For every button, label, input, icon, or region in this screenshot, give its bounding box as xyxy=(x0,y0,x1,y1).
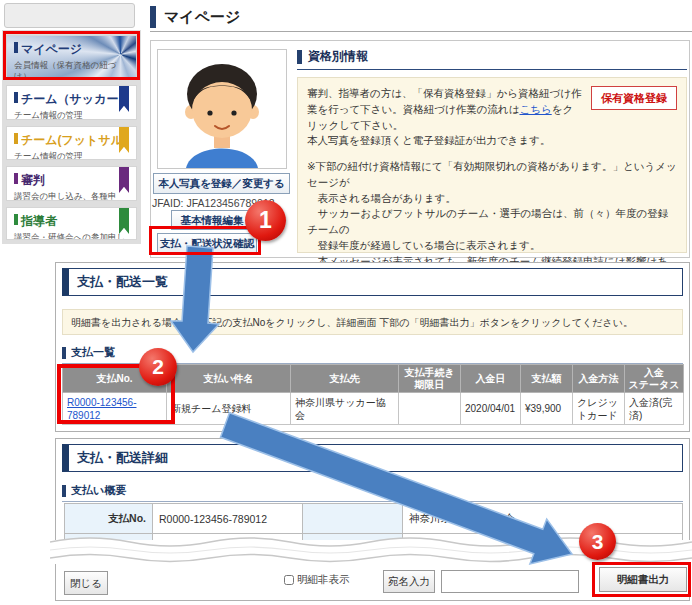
subsection-title: 支払い概要 xyxy=(71,483,126,498)
field-value xyxy=(403,534,683,541)
field-label xyxy=(65,534,153,541)
sidebar-placeholder-box xyxy=(4,3,135,28)
sidebar-item-mypage[interactable]: マイページ 会員情報（保有資格の紐づけ） xyxy=(6,35,137,78)
sidebar-item-coach[interactable]: 指導者 講習会・研修会への参加申し込み xyxy=(6,207,137,240)
bookmark-ribbon-icon xyxy=(119,167,129,193)
kochira-link[interactable]: こちら xyxy=(519,103,551,115)
tick-icon xyxy=(297,50,302,64)
column-header-deadline: 支払手続き 期限日 xyxy=(399,365,461,393)
column-header-subject: 支払い件名 xyxy=(167,365,291,393)
section-title: 資格別情報 xyxy=(308,48,368,65)
close-button[interactable]: 閉じる xyxy=(64,571,108,595)
payment-summary-table: 支払No. R0000-123456-789012 神奈川県サッカー協会 xyxy=(64,503,683,540)
sidebar-item-title: 審判 xyxy=(14,172,130,189)
qualification-paragraph: 本人写真を登録頂くと電子登録証が出力できます。 xyxy=(307,133,677,149)
tick-icon xyxy=(14,214,18,225)
statement-output-notice: 明細書を出力される場合は、下記の支払Noをクリックし、詳細画面 下部の「明細書出… xyxy=(62,309,683,335)
cell-amount: ¥39,900 xyxy=(521,393,573,425)
column-header-payee: 支払先 xyxy=(291,365,399,393)
sidebar-item-title: チーム（サッカー） xyxy=(14,91,130,108)
tick-icon xyxy=(14,92,18,103)
sidebar-item-team-soccer[interactable]: チーム（サッカー） チーム情報の管理 xyxy=(6,85,137,120)
cell-status: 入金済(完済) xyxy=(625,393,684,425)
sidebar-item-title: マイページ xyxy=(14,41,130,58)
table-row: 支払No. R0000-123456-789012 神奈川県サッカー協会 xyxy=(65,504,683,534)
section-title: 支払・配送詳細 xyxy=(77,449,168,467)
profile-photo xyxy=(157,49,287,169)
section-title: 支払・配送一覧 xyxy=(77,273,168,291)
sidebar-item-team-futsal[interactable]: チーム(フットサル) チーム情報の管理 xyxy=(6,126,137,160)
qualification-info-box: 保有資格登録 審判、指導者の方は、「保有資格登録」から資格紐づけ作業を行って下さ… xyxy=(297,77,687,253)
bookmark-ribbon-icon xyxy=(119,208,129,234)
profile-panel: 本人写真を登録／変更する JFAID: JFA123456789012 基本情報… xyxy=(150,40,690,258)
header-accent-bar xyxy=(150,6,156,28)
field-value-payee: 神奈川県サッカー協会 xyxy=(403,504,683,534)
column-header-status: 入金 ステータス xyxy=(625,365,684,393)
payment-list-subheader: 支払一覧 xyxy=(62,345,683,364)
cell-method: クレジットカード xyxy=(573,393,625,425)
table-row xyxy=(65,534,683,541)
payment-detail-subheader: 支払い概要 xyxy=(62,483,683,502)
column-header-amount: 支払額 xyxy=(521,365,573,393)
sidebar-item-subtitle: 講習会・研修会への参加申し込み xyxy=(14,232,130,240)
sidebar-item-referee[interactable]: 審判 講習会の申し込み、各種申請、審判物品の購入 xyxy=(6,166,137,201)
hide-detail-label: 明細非表示 xyxy=(297,573,350,587)
jfaid-label: JFAID: JFA123456789012 xyxy=(152,197,275,209)
sidebar-item-subtitle: 講習会の申し込み、各種申請、審判物品の購入 xyxy=(14,191,130,201)
sidebar-item-subtitle: 会員情報（保有資格の紐づけ） xyxy=(14,60,130,78)
column-header-payment-no: 支払No. xyxy=(63,365,167,393)
tick-icon xyxy=(14,173,18,184)
sidebar-item-title: 指導者 xyxy=(14,213,130,230)
payment-detail-panel: 支払・配送詳細 支払い概要 支払No. R0000-123456-789012 … xyxy=(55,438,690,540)
column-header-method: 入金方法 xyxy=(573,365,625,393)
held-qualification-register-button[interactable]: 保有資格登録 xyxy=(591,86,677,110)
payment-status-button[interactable]: 支払・配送状況確認 xyxy=(157,233,257,253)
tick-icon xyxy=(14,133,18,144)
subsection-title: 支払一覧 xyxy=(71,345,115,360)
payment-list-panel: 支払・配送一覧 明細書を出力される場合は、下記の支払Noをクリックし、詳細画面 … xyxy=(55,262,690,432)
cell-payee: 神奈川県サッカー協会 xyxy=(291,393,399,425)
bookmark-ribbon-icon xyxy=(119,127,129,153)
payment-table: 支払No. 支払い件名 支払先 支払手続き 期限日 入金日 支払額 入金方法 入… xyxy=(62,364,684,425)
field-value xyxy=(153,534,303,541)
bookmark-ribbon-icon xyxy=(119,86,129,112)
hide-detail-checkbox[interactable] xyxy=(284,575,294,585)
page-header: マイページ xyxy=(150,6,240,28)
cell-subject: 新規チーム登録料 xyxy=(167,393,291,425)
header-divider xyxy=(150,31,692,32)
sidebar-item-title: チーム(フットサル) xyxy=(14,132,130,149)
payment-list-header: 支払・配送一覧 xyxy=(62,268,683,296)
field-label-payment-no: 支払No. xyxy=(65,504,153,534)
cell-payment-no: R0000-123456-789012 xyxy=(63,393,167,425)
field-label xyxy=(303,534,403,541)
payment-detail-header: 支払・配送詳細 xyxy=(62,444,683,472)
register-photo-button[interactable]: 本人写真を登録／変更する xyxy=(153,173,290,194)
field-value-payment-no: R0000-123456-789012 xyxy=(153,504,303,534)
sidebar-item-subtitle: チーム情報の管理 xyxy=(14,110,130,120)
table-row: R0000-123456-789012 新規チーム登録料 神奈川県サッカー協会 … xyxy=(63,393,684,425)
jfa-mypage-screen: マイページ 会員情報（保有資格の紐づけ） チーム（サッカー） チーム情報の管理 … xyxy=(0,0,692,605)
addressee-input-button[interactable]: 宛名入力 xyxy=(383,570,435,593)
hide-detail-checkbox-group[interactable]: 明細非表示 xyxy=(284,573,350,587)
basic-info-edit-button[interactable]: 基本情報編集 xyxy=(171,210,253,230)
tick-icon xyxy=(62,485,66,497)
payment-no-link[interactable]: R0000-123456-789012 xyxy=(67,397,137,421)
cell-deadline xyxy=(399,393,461,425)
addressee-input[interactable] xyxy=(441,570,579,593)
sidebar-item-subtitle: チーム情報の管理 xyxy=(14,151,130,160)
column-header-paid-date: 入金日 xyxy=(461,365,521,393)
cell-paid-date: 2020/04/01 xyxy=(461,393,521,425)
tick-icon xyxy=(14,42,18,53)
field-label-payee xyxy=(303,504,403,534)
statement-output-button[interactable]: 明細書出力 xyxy=(599,567,687,592)
qualification-section-header: 資格別情報 xyxy=(297,48,687,70)
detail-footer-bar: 閉じる 明細非表示 宛名入力 明細書出力 xyxy=(55,560,690,601)
tick-icon xyxy=(62,347,66,359)
table-header-row: 支払No. 支払い件名 支払先 支払手続き 期限日 入金日 支払額 入金方法 入… xyxy=(63,365,684,393)
cartoon-boy-illustration xyxy=(158,50,286,168)
page-title: マイページ xyxy=(164,8,240,27)
